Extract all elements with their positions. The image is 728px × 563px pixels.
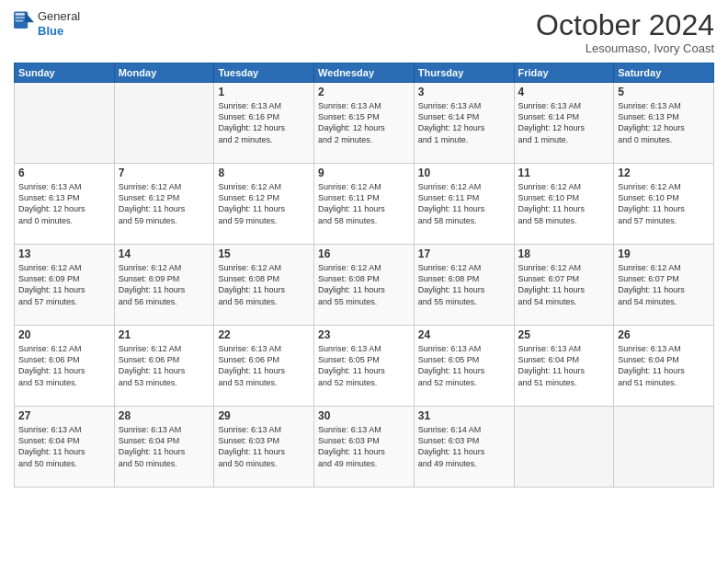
weekday-header-wednesday: Wednesday [314, 63, 415, 83]
calendar: SundayMondayTuesdayWednesdayThursdayFrid… [14, 63, 714, 488]
calendar-cell: 1Sunrise: 6:13 AM Sunset: 6:16 PM Daylig… [214, 83, 314, 164]
calendar-cell: 31Sunrise: 6:14 AM Sunset: 6:03 PM Dayli… [414, 407, 514, 488]
week-row-5: 27Sunrise: 6:13 AM Sunset: 6:04 PM Dayli… [15, 407, 714, 488]
day-info: Sunrise: 6:12 AM Sunset: 6:10 PM Dayligh… [618, 181, 710, 226]
day-number: 16 [318, 247, 410, 260]
day-info: Sunrise: 6:13 AM Sunset: 6:05 PM Dayligh… [318, 343, 410, 388]
weekday-header-thursday: Thursday [414, 63, 514, 83]
day-number: 21 [119, 328, 210, 341]
day-info: Sunrise: 6:13 AM Sunset: 6:04 PM Dayligh… [119, 424, 210, 469]
month-title: October 2024 [536, 9, 714, 41]
calendar-cell: 15Sunrise: 6:12 AM Sunset: 6:08 PM Dayli… [214, 245, 314, 326]
calendar-cell: 20Sunrise: 6:12 AM Sunset: 6:06 PM Dayli… [15, 326, 115, 407]
calendar-cell: 16Sunrise: 6:12 AM Sunset: 6:08 PM Dayli… [314, 245, 415, 326]
calendar-cell: 27Sunrise: 6:13 AM Sunset: 6:04 PM Dayli… [15, 407, 115, 488]
svg-rect-4 [16, 19, 23, 21]
day-info: Sunrise: 6:12 AM Sunset: 6:09 PM Dayligh… [18, 262, 110, 307]
day-info: Sunrise: 6:13 AM Sunset: 6:03 PM Dayligh… [218, 424, 310, 469]
calendar-cell [15, 83, 115, 164]
day-info: Sunrise: 6:13 AM Sunset: 6:13 PM Dayligh… [618, 100, 710, 145]
day-info: Sunrise: 6:12 AM Sunset: 6:12 PM Dayligh… [218, 181, 310, 226]
page: General Blue October 2024 Lesoumaso, Ivo… [0, 0, 728, 563]
calendar-cell: 28Sunrise: 6:13 AM Sunset: 6:04 PM Dayli… [114, 407, 214, 488]
day-info: Sunrise: 6:12 AM Sunset: 6:11 PM Dayligh… [318, 181, 410, 226]
calendar-cell: 22Sunrise: 6:13 AM Sunset: 6:06 PM Dayli… [214, 326, 314, 407]
day-info: Sunrise: 6:13 AM Sunset: 6:05 PM Dayligh… [418, 343, 510, 388]
calendar-cell: 3Sunrise: 6:13 AM Sunset: 6:14 PM Daylig… [414, 83, 514, 164]
weekday-header-monday: Monday [114, 63, 214, 83]
weekday-header-row: SundayMondayTuesdayWednesdayThursdayFrid… [15, 63, 714, 83]
title-block: October 2024 Lesoumaso, Ivory Coast [536, 9, 714, 55]
calendar-cell [114, 83, 214, 164]
header: General Blue October 2024 Lesoumaso, Ivo… [14, 9, 714, 55]
calendar-cell: 19Sunrise: 6:12 AM Sunset: 6:07 PM Dayli… [614, 245, 714, 326]
day-number: 26 [618, 328, 710, 341]
calendar-cell: 21Sunrise: 6:12 AM Sunset: 6:06 PM Dayli… [114, 326, 214, 407]
calendar-cell: 5Sunrise: 6:13 AM Sunset: 6:13 PM Daylig… [614, 83, 714, 164]
logo-text: General Blue [38, 9, 80, 38]
day-number: 12 [618, 167, 710, 179]
day-number: 3 [418, 86, 510, 98]
day-number: 27 [18, 409, 110, 422]
day-number: 15 [218, 247, 310, 260]
location: Lesoumaso, Ivory Coast [536, 41, 714, 55]
logo-icon [14, 11, 34, 37]
day-info: Sunrise: 6:13 AM Sunset: 6:04 PM Dayligh… [18, 424, 110, 469]
day-number: 25 [518, 328, 610, 341]
day-number: 1 [218, 86, 310, 98]
calendar-cell: 9Sunrise: 6:12 AM Sunset: 6:11 PM Daylig… [314, 164, 415, 245]
week-row-4: 20Sunrise: 6:12 AM Sunset: 6:06 PM Dayli… [15, 326, 714, 407]
day-number: 9 [318, 167, 410, 179]
day-number: 14 [119, 247, 210, 260]
calendar-cell [514, 407, 614, 488]
day-info: Sunrise: 6:12 AM Sunset: 6:08 PM Dayligh… [218, 262, 310, 307]
weekday-header-tuesday: Tuesday [214, 63, 314, 83]
calendar-cell: 14Sunrise: 6:12 AM Sunset: 6:09 PM Dayli… [114, 245, 214, 326]
day-info: Sunrise: 6:13 AM Sunset: 6:14 PM Dayligh… [518, 100, 610, 145]
day-info: Sunrise: 6:13 AM Sunset: 6:04 PM Dayligh… [518, 343, 610, 388]
calendar-cell: 7Sunrise: 6:12 AM Sunset: 6:12 PM Daylig… [114, 164, 214, 245]
calendar-cell: 29Sunrise: 6:13 AM Sunset: 6:03 PM Dayli… [214, 407, 314, 488]
calendar-cell: 24Sunrise: 6:13 AM Sunset: 6:05 PM Dayli… [414, 326, 514, 407]
day-info: Sunrise: 6:13 AM Sunset: 6:14 PM Dayligh… [418, 100, 510, 145]
day-info: Sunrise: 6:12 AM Sunset: 6:06 PM Dayligh… [18, 343, 110, 388]
day-info: Sunrise: 6:13 AM Sunset: 6:15 PM Dayligh… [318, 100, 410, 145]
day-info: Sunrise: 6:13 AM Sunset: 6:13 PM Dayligh… [18, 181, 110, 226]
day-info: Sunrise: 6:12 AM Sunset: 6:07 PM Dayligh… [518, 262, 610, 307]
calendar-cell: 11Sunrise: 6:12 AM Sunset: 6:10 PM Dayli… [514, 164, 614, 245]
day-number: 10 [418, 167, 510, 179]
weekday-header-saturday: Saturday [614, 63, 714, 83]
calendar-cell: 30Sunrise: 6:13 AM Sunset: 6:03 PM Dayli… [314, 407, 415, 488]
day-info: Sunrise: 6:14 AM Sunset: 6:03 PM Dayligh… [418, 424, 510, 469]
weekday-header-friday: Friday [514, 63, 614, 83]
day-number: 22 [218, 328, 310, 341]
day-number: 18 [518, 247, 610, 260]
calendar-cell: 8Sunrise: 6:12 AM Sunset: 6:12 PM Daylig… [214, 164, 314, 245]
day-info: Sunrise: 6:13 AM Sunset: 6:16 PM Dayligh… [218, 100, 310, 145]
logo: General Blue [14, 9, 80, 38]
day-info: Sunrise: 6:12 AM Sunset: 6:12 PM Dayligh… [119, 181, 210, 226]
day-info: Sunrise: 6:12 AM Sunset: 6:09 PM Dayligh… [119, 262, 210, 307]
calendar-cell: 4Sunrise: 6:13 AM Sunset: 6:14 PM Daylig… [514, 83, 614, 164]
calendar-cell: 13Sunrise: 6:12 AM Sunset: 6:09 PM Dayli… [15, 245, 115, 326]
week-row-3: 13Sunrise: 6:12 AM Sunset: 6:09 PM Dayli… [15, 245, 714, 326]
calendar-cell: 18Sunrise: 6:12 AM Sunset: 6:07 PM Dayli… [514, 245, 614, 326]
day-number: 24 [418, 328, 510, 341]
svg-rect-3 [16, 17, 25, 18]
day-info: Sunrise: 6:12 AM Sunset: 6:10 PM Dayligh… [518, 181, 610, 226]
calendar-cell [614, 407, 714, 488]
day-number: 6 [18, 167, 110, 179]
calendar-cell: 25Sunrise: 6:13 AM Sunset: 6:04 PM Dayli… [514, 326, 614, 407]
calendar-cell: 26Sunrise: 6:13 AM Sunset: 6:04 PM Dayli… [614, 326, 714, 407]
day-number: 19 [618, 247, 710, 260]
day-info: Sunrise: 6:12 AM Sunset: 6:07 PM Dayligh… [618, 262, 710, 307]
day-number: 8 [218, 167, 310, 179]
day-number: 13 [18, 247, 110, 260]
calendar-cell: 17Sunrise: 6:12 AM Sunset: 6:08 PM Dayli… [414, 245, 514, 326]
day-number: 2 [318, 86, 410, 98]
day-number: 4 [518, 86, 610, 98]
day-info: Sunrise: 6:12 AM Sunset: 6:06 PM Dayligh… [119, 343, 210, 388]
calendar-cell: 23Sunrise: 6:13 AM Sunset: 6:05 PM Dayli… [314, 326, 415, 407]
day-info: Sunrise: 6:12 AM Sunset: 6:08 PM Dayligh… [318, 262, 410, 307]
day-number: 17 [418, 247, 510, 260]
